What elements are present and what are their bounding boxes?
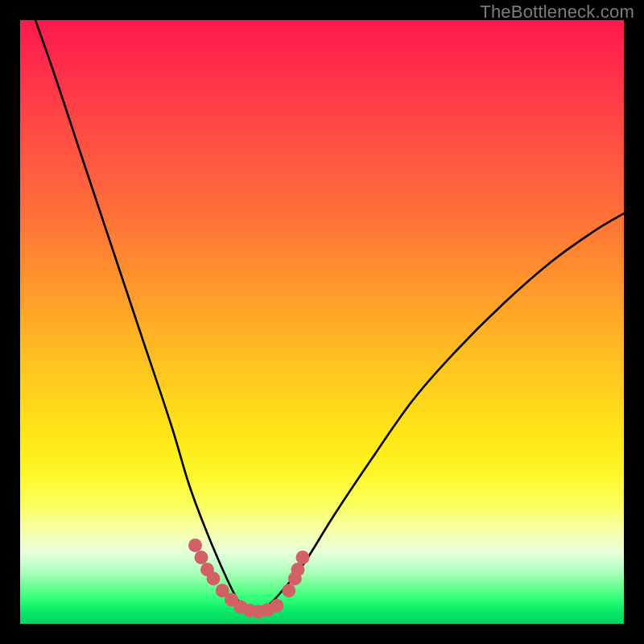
bottleneck-curve	[20, 20, 624, 613]
plot-area	[20, 20, 624, 624]
chart-svg	[20, 20, 624, 624]
trough-marker	[296, 551, 310, 564]
chart-frame: TheBottleneck.com	[0, 0, 644, 644]
trough-marker	[270, 599, 283, 613]
trough-marker	[195, 551, 208, 564]
watermark-text: TheBottleneck.com	[480, 2, 634, 23]
trough-marker	[188, 539, 202, 552]
marker-group	[188, 539, 310, 619]
trough-marker	[291, 563, 305, 576]
curve-group	[20, 20, 624, 613]
trough-marker	[207, 572, 221, 585]
trough-marker	[282, 584, 295, 597]
